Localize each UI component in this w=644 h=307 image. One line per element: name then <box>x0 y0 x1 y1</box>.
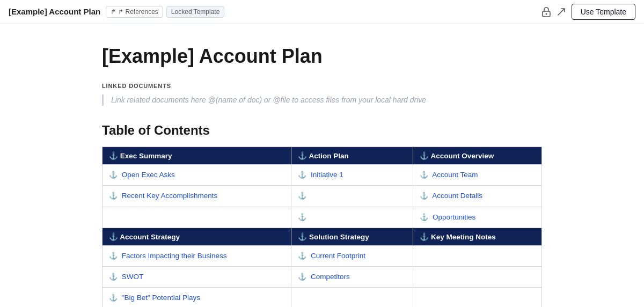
references-badge[interactable]: ↱ ↱ References <box>106 6 163 18</box>
toc-cell-open-exec-asks: ⚓ Open Exec Asks <box>103 165 291 186</box>
svg-point-1 <box>545 13 547 14</box>
toc-cell-big-bet: ⚓ "Big Bet" Potential Plays <box>103 288 291 307</box>
toc-header-account-strategy: ⚓ Account Strategy <box>103 228 291 245</box>
linked-docs-label: LINKED DOCUMENTS <box>102 83 542 89</box>
main-content: [Example] Account Plan LINKED DOCUMENTS … <box>91 24 553 307</box>
header: [Example] Account Plan ↱ ↱ References Lo… <box>0 0 644 24</box>
toc-cell-recent-key: ⚓ Recent Key Accomplishments <box>103 186 291 207</box>
toc-link-anchor3[interactable]: ⚓ <box>298 211 406 224</box>
toc-cell-account-team: ⚓ Account Team <box>413 165 542 186</box>
anchor-icon: ⚓ <box>298 152 307 160</box>
toc-link-opportunities[interactable]: ⚓ Opportunities <box>420 211 535 224</box>
linked-docs-placeholder[interactable]: Link related documents here @(name of do… <box>102 94 542 106</box>
use-template-button[interactable]: Use Template <box>572 4 635 20</box>
toc-link-big-bet[interactable]: ⚓ "Big Bet" Potential Plays <box>109 291 284 304</box>
toc-link-initiative1[interactable]: ⚓ Initiative 1 <box>298 169 406 181</box>
toc-cell-account-details: ⚓ Account Details <box>413 186 542 207</box>
anchor-icon: ⚓ <box>298 233 307 241</box>
toc-row-8: ⚓ "Big Bet" Potential Plays <box>103 288 542 307</box>
header-actions: Use Template <box>541 4 635 20</box>
toc-cell-anchor3: ⚓ <box>291 207 413 228</box>
toc-cell-kmn-empty2 <box>413 267 542 288</box>
header-title: [Example] Account Plan <box>9 7 100 16</box>
toc-row-7: ⚓ SWOT ⚓ Competitors <box>103 267 542 288</box>
toc-cell-competitors: ⚓ Competitors <box>291 267 413 288</box>
toc-cell-factors: ⚓ Factors Impacting their Business <box>103 245 291 266</box>
toc-link-account-details[interactable]: ⚓ Account Details <box>420 189 535 202</box>
toc-cell-kmn-empty1 <box>413 245 542 266</box>
anchor-icon: ⚓ <box>420 233 429 241</box>
toc-row-6: ⚓ Factors Impacting their Business ⚓ Cur… <box>103 245 542 266</box>
resize-icon[interactable] <box>557 7 566 17</box>
toc-cell-current-footprint: ⚓ Current Footprint <box>291 245 413 266</box>
lock-icon[interactable] <box>541 6 551 17</box>
toc-row-3: ⚓ Recent Key Accomplishments ⚓ ⚓ Account… <box>103 186 542 207</box>
toc-header-exec-summary: ⚓ Exec Summary <box>103 147 291 165</box>
toc-cell-empty-1 <box>103 207 291 228</box>
toc-row-2: ⚓ Open Exec Asks ⚓ Initiative 1 ⚓ Accoun… <box>103 165 542 186</box>
toc-cell-swot: ⚓ SWOT <box>103 267 291 288</box>
toc-header-row-1: ⚓ Exec Summary ⚓ Action Plan ⚓ Account O… <box>103 147 542 165</box>
toc-header-account-overview: ⚓ Account Overview <box>413 147 542 165</box>
anchor-icon: ⚓ <box>420 152 429 160</box>
toc-title: Table of Contents <box>102 123 542 138</box>
toc-link-competitors[interactable]: ⚓ Competitors <box>298 271 406 283</box>
toc-table: ⚓ Exec Summary ⚓ Action Plan ⚓ Account O… <box>102 147 542 307</box>
toc-link-recent-key-accomplishments[interactable]: ⚓ Recent Key Accomplishments <box>109 189 284 202</box>
toc-link-account-team[interactable]: ⚓ Account Team <box>420 169 535 181</box>
anchor-icon: ⚓ <box>109 233 118 241</box>
toc-link-anchor2[interactable]: ⚓ <box>298 189 406 202</box>
toc-link-swot[interactable]: ⚓ SWOT <box>109 271 284 283</box>
toc-cell-opportunities: ⚓ Opportunities <box>413 207 542 228</box>
toc-cell-anchor2: ⚓ <box>291 186 413 207</box>
references-label: ↱ References <box>118 8 158 16</box>
toc-cell-kmn-empty3 <box>413 288 542 307</box>
toc-link-current-footprint[interactable]: ⚓ Current Footprint <box>298 250 406 262</box>
toc-header-action-plan: ⚓ Action Plan <box>291 147 413 165</box>
toc-row-4: ⚓ ⚓ Opportunities <box>103 207 542 228</box>
locked-label: Locked Template <box>171 8 220 16</box>
locked-template-badge[interactable]: Locked Template <box>166 6 225 18</box>
references-icon: ↱ <box>111 8 116 16</box>
toc-link-factors[interactable]: ⚓ Factors Impacting their Business <box>109 250 284 262</box>
doc-title: [Example] Account Plan <box>102 45 542 68</box>
anchor-icon: ⚓ <box>109 152 118 160</box>
toc-link-open-exec-asks[interactable]: ⚓ Open Exec Asks <box>109 169 284 181</box>
toc-header-key-meeting-notes: ⚓ Key Meeting Notes <box>413 228 542 245</box>
toc-cell-ss-empty1 <box>291 288 413 307</box>
toc-cell-initiative1: ⚓ Initiative 1 <box>291 165 413 186</box>
toc-header-solution-strategy: ⚓ Solution Strategy <box>291 228 413 245</box>
toc-header-row-2: ⚓ Account Strategy ⚓ Solution Strategy ⚓… <box>103 228 542 245</box>
